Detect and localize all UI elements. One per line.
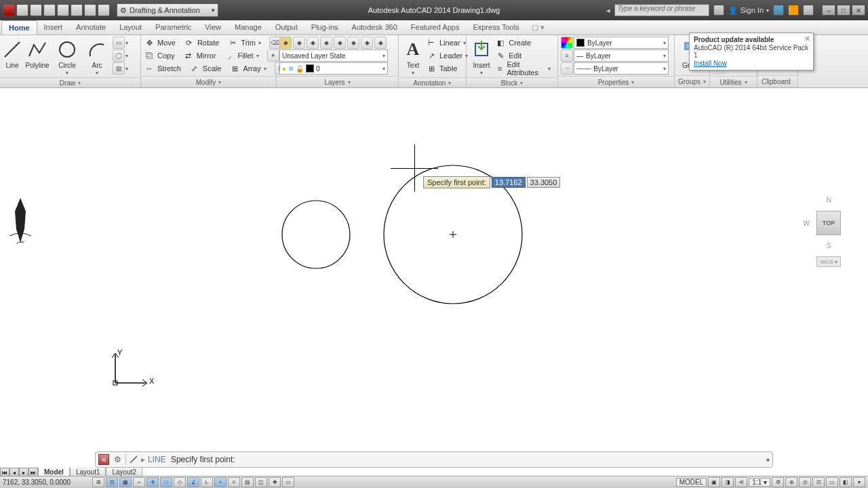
tab-insert[interactable]: Insert [37, 20, 70, 35]
minimize-button[interactable]: – [822, 5, 835, 16]
status-dyn-icon[interactable]: + [214, 477, 226, 487]
status-otrack-icon[interactable]: ∠ [187, 477, 199, 487]
tab-express[interactable]: Express Tools [466, 20, 526, 35]
ltype-icon[interactable]: ┄ [561, 62, 573, 75]
exchange-icon[interactable] [773, 5, 784, 16]
tool-mirror[interactable]: ⇄Mirror [183, 49, 220, 62]
tool-editattr[interactable]: ≡Edit Attributes▾ [495, 62, 555, 75]
tool-stretch[interactable]: ↔Stretch [144, 62, 185, 75]
prompt-x-input[interactable]: 13.7162 [492, 177, 526, 188]
status-tpy-icon[interactable]: ▤ [241, 477, 254, 487]
status-ortho-icon[interactable]: ⌐ [133, 477, 145, 487]
tool-copy[interactable]: ⿻Copy [144, 49, 179, 62]
tool-array[interactable]: ⊞Array▾ [229, 62, 270, 75]
layer-btn8-icon[interactable]: ◆ [374, 37, 387, 49]
viewcube-w[interactable]: W [804, 220, 810, 227]
tool-ellipse-icon[interactable]: ◯ [113, 49, 125, 62]
status-grid-icon[interactable]: ▦ [119, 477, 132, 487]
panel-title-layers[interactable]: Layers [277, 76, 398, 87]
status-am-icon[interactable]: ▭ [282, 477, 294, 487]
lweight-icon[interactable]: ≡ [561, 49, 573, 62]
status-r4-icon[interactable]: ⊕ [785, 477, 797, 487]
layer-props-icon[interactable]: ◆ [279, 37, 292, 49]
workspace-selector[interactable]: ⚙Drafting & Annotation [117, 3, 218, 17]
search-input[interactable]: Type a keyword or phrase [614, 4, 709, 16]
update-install-link[interactable]: Install Now [694, 60, 727, 67]
tool-fillet[interactable]: ◞Fillet▾ [224, 49, 262, 62]
layer-btn2-icon[interactable]: ◆ [293, 37, 305, 49]
update-close-icon[interactable]: ✕ [804, 35, 810, 43]
tool-trim[interactable]: ✂Trim▾ [227, 37, 265, 49]
panel-title-clipboard[interactable]: Clipboard [757, 75, 797, 87]
tab-manage[interactable]: Manage [228, 20, 269, 35]
qat-open-icon[interactable] [30, 4, 42, 16]
tool-polyline[interactable]: Polyline [23, 37, 52, 69]
viewcube-top[interactable]: TOP [816, 211, 841, 235]
status-clean-icon[interactable]: ▾ [853, 477, 865, 487]
status-scale[interactable]: 1:1 ▾ [749, 478, 770, 487]
ltype-selector[interactable]: ───ByLayer [574, 62, 669, 75]
layer-btn7-icon[interactable]: ◆ [361, 37, 373, 49]
panel-title-block[interactable]: Block [467, 77, 557, 87]
panel-title-draw[interactable]: Draw [0, 77, 140, 87]
tool-scale[interactable]: ⤢Scale [189, 62, 226, 75]
search-button-icon[interactable] [713, 5, 724, 16]
tool-hatch-icon[interactable]: ▨ [113, 62, 125, 75]
tab-output[interactable]: Output [269, 20, 304, 35]
qat-plot-icon[interactable] [71, 4, 83, 16]
qat-saveas-icon[interactable] [57, 4, 69, 16]
qat-redo-icon[interactable] [98, 4, 110, 16]
tool-rectangle-icon[interactable]: ▭ [113, 37, 125, 49]
panel-title-properties[interactable]: Properties [558, 76, 674, 87]
layer-state-selector[interactable]: Unsaved Layer State [279, 49, 388, 62]
drawing-canvas[interactable]: نشر X Y Specify first point: 13.7162 33.… [0, 88, 868, 454]
close-button[interactable]: ✕ [852, 5, 865, 16]
tool-linear[interactable]: ⊢Linear▾ [426, 37, 472, 49]
command-line[interactable]: ✕ ⚙ ▸ LINE Specify first point: ▾ [95, 451, 773, 468]
viewcube-s[interactable]: S [827, 242, 831, 249]
app-menu-button[interactable] [3, 4, 15, 16]
status-r8-icon[interactable]: ◧ [840, 477, 852, 487]
lweight-selector[interactable]: —ByLayer [574, 49, 669, 62]
tab-view[interactable]: View [198, 20, 228, 35]
help-icon[interactable]: ? [803, 5, 814, 16]
color-icon[interactable] [561, 37, 573, 49]
status-qp-icon[interactable]: ◫ [255, 477, 267, 487]
cmdline-history-icon[interactable]: ▾ [766, 456, 770, 464]
viewcube-n[interactable]: N [827, 197, 831, 204]
notify-icon[interactable]: ! [788, 5, 799, 16]
tool-create[interactable]: ◧Create [495, 37, 555, 49]
status-ducs-icon[interactable]: L [201, 477, 213, 487]
tab-featured[interactable]: Featured Apps [404, 20, 467, 35]
status-r1-icon[interactable]: ▣ [708, 477, 720, 487]
status-sc-icon[interactable]: ✚ [269, 477, 281, 487]
panel-title-groups[interactable]: Groups [675, 75, 709, 87]
status-polar-icon[interactable]: ✛ [146, 477, 159, 487]
tab-home[interactable]: Home [1, 20, 37, 35]
status-r3-icon[interactable]: ⚙ [772, 477, 784, 487]
layer-btn6-icon[interactable]: ◆ [347, 37, 359, 49]
status-r5-icon[interactable]: ◎ [799, 477, 811, 487]
tab-plugins[interactable]: Plug-ins [304, 20, 345, 35]
status-snap-icon[interactable]: ⊡ [106, 477, 118, 487]
tool-insert[interactable]: Insert▾ [469, 37, 494, 76]
tool-circle[interactable]: Circle▾ [53, 37, 81, 76]
panel-title-annotation[interactable]: Annotation [399, 77, 466, 87]
status-r2-icon[interactable]: ◨ [722, 477, 734, 487]
status-r6-icon[interactable]: ⊡ [812, 477, 825, 487]
tab-layout[interactable]: Layout [113, 20, 149, 35]
status-3dosnap-icon[interactable]: ◇ [174, 477, 186, 487]
panel-title-utilities[interactable]: Utilities [710, 76, 757, 87]
qat-undo-icon[interactable] [84, 4, 96, 16]
color-selector[interactable]: ByLayer [574, 37, 669, 49]
layer-selector[interactable]: ●❄🔓 0 [279, 62, 388, 75]
tool-rotate[interactable]: ⟳Rotate [184, 37, 223, 49]
cmdline-config-icon[interactable]: ⚙ [112, 454, 123, 465]
tool-arc[interactable]: Arc▾ [83, 37, 111, 76]
qat-new-icon[interactable] [16, 4, 28, 16]
maximize-button[interactable]: □ [837, 5, 850, 16]
tool-table[interactable]: ⊞Table [426, 62, 472, 75]
status-infer-icon[interactable]: ⊞ [92, 477, 104, 487]
status-anno-icon[interactable]: ⩤ [735, 477, 747, 487]
tab-autodesk360[interactable]: Autodesk 360 [345, 20, 404, 35]
